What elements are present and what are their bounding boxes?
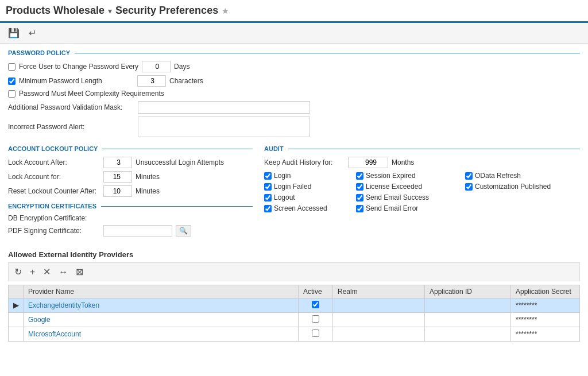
row-selected-arrow: ▶ — [9, 299, 24, 313]
two-col-section: ACCOUNT LOCKOUT POLICY Lock Account Afte… — [8, 145, 580, 245]
odata-refresh-label[interactable]: OData Refresh — [475, 172, 521, 180]
provider-realm-cell — [333, 327, 425, 342]
pdf-cert-input[interactable] — [103, 225, 172, 237]
audit-check-screenaccessed: Screen Accessed — [264, 204, 350, 212]
header: Products Wholesale ▾ Security Preference… — [0, 0, 588, 23]
logout-label[interactable]: Logout — [274, 193, 295, 201]
login-failed-checkbox[interactable] — [264, 183, 272, 191]
audit-check-login: Login — [264, 172, 350, 180]
additional-mask-row: Additional Password Validation Mask: — [8, 101, 580, 114]
session-expired-checkbox[interactable] — [356, 172, 363, 180]
send-email-error-label[interactable]: Send Email Error — [366, 204, 418, 212]
provider-realm-cell — [333, 299, 425, 313]
license-exceeded-checkbox[interactable] — [356, 183, 363, 191]
save-icon: 💾 — [8, 28, 20, 38]
incorrect-alert-input[interactable] — [138, 117, 310, 137]
complexity-checkbox[interactable] — [8, 90, 16, 98]
force-change-row: Force User to Change Password Every Days — [8, 61, 580, 72]
lock-for-input[interactable] — [103, 171, 132, 183]
lock-for-unit: Minutes — [136, 173, 160, 181]
pdf-cert-search-button[interactable]: 🔍 — [176, 225, 191, 237]
provider-active-checkbox[interactable] — [312, 330, 319, 337]
keep-history-input[interactable] — [348, 157, 388, 168]
provider-active-cell[interactable] — [299, 299, 333, 313]
provider-appid-cell — [425, 313, 511, 327]
audit-check-emailsuccess: Send Email Success — [356, 193, 459, 201]
audit-check-license: License Exceeded — [356, 183, 459, 191]
col-appsecret-header: Application Secret — [511, 285, 580, 299]
password-policy-section: PASSWORD POLICY Force User to Change Pas… — [8, 49, 580, 137]
export-button[interactable]: ⊠ — [74, 265, 86, 278]
provider-active-cell[interactable] — [299, 327, 333, 342]
providers-section: Allowed External Identity Providers ↻ + … — [8, 250, 580, 342]
provider-active-checkbox[interactable] — [312, 301, 319, 308]
min-length-row: Minimum Password Length Characters — [8, 75, 580, 87]
force-change-label[interactable]: Force User to Change Password Every — [19, 63, 138, 71]
login-failed-label[interactable]: Login Failed — [274, 183, 311, 191]
lockout-header: ACCOUNT LOCKOUT POLICY — [8, 145, 253, 152]
min-length-checkbox[interactable] — [8, 77, 16, 85]
login-label[interactable]: Login — [274, 172, 291, 180]
provider-appid-cell — [425, 299, 511, 313]
favorite-star-icon[interactable]: ★ — [222, 6, 229, 15]
license-exceeded-label[interactable]: License Exceeded — [366, 183, 422, 191]
lock-after-input[interactable] — [103, 157, 132, 168]
encryption-title: ENCRYPTION CERTIFICATES — [8, 203, 96, 210]
lock-for-row: Lock Account for: Minutes — [8, 171, 253, 183]
col-appid-header: Application ID — [425, 285, 511, 299]
additional-mask-label: Additional Password Validation Mask: — [8, 103, 134, 111]
undo-icon: ↵ — [29, 28, 36, 38]
provider-realm-cell — [333, 313, 425, 327]
customization-published-label[interactable]: Customization Published — [475, 183, 551, 191]
customization-published-checkbox[interactable] — [465, 183, 473, 191]
fit-columns-button[interactable]: ↔ — [56, 266, 70, 278]
odata-refresh-checkbox[interactable] — [465, 172, 473, 180]
encryption-section: ENCRYPTION CERTIFICATES DB Encryption Ce… — [8, 203, 253, 237]
force-change-input[interactable] — [142, 61, 171, 72]
provider-name-cell[interactable]: ExchangeIdentityToken — [24, 299, 299, 313]
provider-active-checkbox[interactable] — [312, 315, 319, 323]
table-row[interactable]: ▶ExchangeIdentityToken******** — [9, 299, 580, 313]
audit-check-custpub: Customization Published — [465, 183, 580, 191]
provider-appsecret-cell: ******** — [511, 327, 580, 342]
audit-check-session: Session Expired — [356, 172, 459, 180]
app-name[interactable]: Products Wholesale — [6, 5, 105, 17]
table-row[interactable]: MicrosoftAccount******** — [9, 327, 580, 342]
col-active-header: Active — [299, 285, 333, 299]
table-row[interactable]: Google******** — [9, 313, 580, 327]
screen-accessed-label[interactable]: Screen Accessed — [274, 204, 327, 212]
refresh-button[interactable]: ↻ — [12, 265, 24, 278]
reset-lockout-input[interactable] — [103, 185, 132, 197]
lock-after-row: Lock Account After: Unsuccessful Login A… — [8, 157, 253, 168]
encryption-line — [101, 206, 253, 207]
page-title: Security Preferences — [115, 5, 218, 17]
app-dropdown-icon[interactable]: ▾ — [108, 6, 112, 15]
delete-button[interactable]: ✕ — [41, 265, 53, 278]
provider-active-cell[interactable] — [299, 313, 333, 327]
keep-history-row: Keep Audit History for: Months — [264, 157, 580, 168]
send-email-success-checkbox[interactable] — [356, 194, 363, 201]
min-length-label[interactable]: Minimum Password Length — [19, 77, 134, 85]
audit-check-emailerror: Send Email Error — [356, 204, 459, 212]
provider-appid-cell — [425, 327, 511, 342]
force-change-unit: Days — [174, 63, 189, 71]
add-button[interactable]: + — [28, 266, 37, 278]
undo-button[interactable]: ↵ — [26, 26, 38, 40]
provider-name-cell[interactable]: Google — [24, 313, 299, 327]
logout-checkbox[interactable] — [264, 194, 272, 201]
login-checkbox[interactable] — [264, 172, 272, 180]
provider-name-cell[interactable]: MicrosoftAccount — [24, 327, 299, 342]
complexity-label[interactable]: Password Must Meet Complexity Requiremen… — [19, 90, 164, 98]
row-selected-arrow — [9, 313, 24, 327]
send-email-error-checkbox[interactable] — [356, 205, 363, 212]
additional-mask-input[interactable] — [138, 101, 310, 114]
session-expired-label[interactable]: Session Expired — [366, 172, 416, 180]
audit-line — [288, 149, 580, 149]
screen-accessed-checkbox[interactable] — [264, 205, 272, 212]
save-button[interactable]: 💾 — [6, 26, 22, 40]
force-change-checkbox[interactable] — [8, 63, 16, 71]
min-length-input[interactable] — [137, 75, 166, 87]
audit-header: AUDIT — [264, 145, 580, 152]
send-email-success-label[interactable]: Send Email Success — [366, 193, 429, 201]
pdf-cert-label: PDF Signing Certificate: — [8, 227, 100, 235]
